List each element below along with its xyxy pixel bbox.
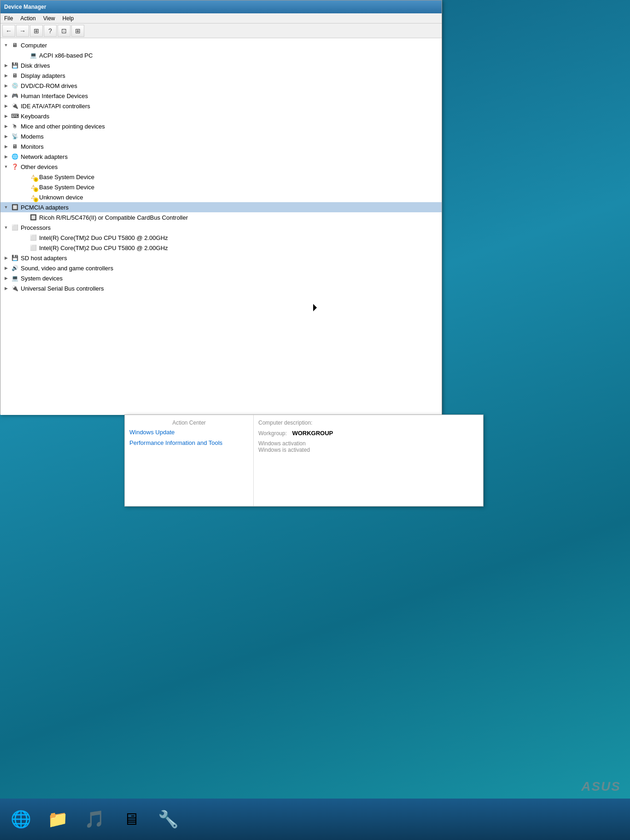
sysdev-label: System devices: [21, 275, 63, 282]
device-manager-window: Device Manager File Action View Help ← →…: [0, 0, 442, 414]
menu-file[interactable]: File: [0, 14, 17, 23]
sound-icon: 🔊: [11, 264, 19, 272]
acpi-icon: 💻: [29, 51, 37, 59]
processors-icon: ⬜: [11, 223, 19, 232]
modems-label: Modems: [21, 133, 44, 140]
tree-item-network[interactable]: 🌐 Network adapters: [0, 152, 442, 162]
sound-label: Sound, video and game controllers: [21, 265, 113, 272]
expand-disk[interactable]: [2, 62, 10, 69]
ide-label: IDE ATA/ATAPI controllers: [21, 103, 90, 110]
menu-help[interactable]: Help: [59, 14, 78, 23]
tree-item-disk[interactable]: 💾 Disk drives: [0, 60, 442, 70]
tree-item-usb[interactable]: 🔌 Universal Serial Bus controllers: [0, 283, 442, 293]
hid-icon: 🎮: [11, 92, 19, 100]
tree-item-acpi[interactable]: 💻 ACPI x86-based PC: [0, 50, 442, 60]
tree-item-modems[interactable]: 📡 Modems: [0, 131, 442, 141]
taskbar-btn-devmgr[interactable]: 🖥: [115, 804, 147, 835]
mice-icon: 🖱: [11, 122, 19, 130]
menu-action[interactable]: Action: [17, 14, 39, 23]
intel1-icon: ⬜: [29, 233, 37, 242]
expand-network[interactable]: [2, 153, 10, 160]
expand-keyboard[interactable]: [2, 112, 10, 120]
base2-icon: ⚠: [29, 183, 37, 191]
tree-item-sysdev[interactable]: 💻 System devices: [0, 273, 442, 283]
tree-item-other[interactable]: ❓ Other devices: [0, 162, 442, 172]
tree-item-unknown[interactable]: ⚠ Unknown device: [0, 192, 442, 202]
expand-sdhost[interactable]: [2, 254, 10, 262]
unknown-label: Unknown device: [39, 194, 83, 201]
processors-label: Processors: [21, 224, 51, 231]
tree-item-sdhost[interactable]: 💾 SD host adapters: [0, 253, 442, 263]
tree-item-pcmcia[interactable]: 🔲 PCMCIA adapters: [0, 202, 442, 212]
tree-item-monitors[interactable]: 🖥 Monitors: [0, 141, 442, 152]
tree-item-intel1[interactable]: ⬜ Intel(R) Core(TM)2 Duo CPU T5800 @ 2.0…: [0, 233, 442, 243]
usb-label: Universal Serial Bus controllers: [21, 285, 104, 292]
sdhost-label: SD host adapters: [21, 255, 67, 262]
network-icon: 🌐: [11, 152, 19, 161]
back-button[interactable]: ←: [2, 25, 15, 37]
tree-item-processors[interactable]: ⬜ Processors: [0, 222, 442, 233]
tree-item-ide[interactable]: 🔌 IDE ATA/ATAPI controllers: [0, 101, 442, 111]
expand-monitors[interactable]: [2, 143, 10, 150]
taskbar-btn-explorer[interactable]: 📁: [41, 804, 74, 835]
tree-item-mice[interactable]: 🖱 Mice and other pointing devices: [0, 121, 442, 131]
taskbar-btn-ie[interactable]: 🌐: [5, 804, 37, 835]
tree-item-ricoh[interactable]: 🔲 Ricoh R/RL/5C476(II) or Compatible Car…: [0, 212, 442, 222]
workgroup-value: WORKGROUP: [292, 430, 333, 437]
mice-label: Mice and other pointing devices: [21, 123, 105, 130]
scan-button[interactable]: ⊞: [71, 25, 84, 37]
view-button[interactable]: ⊡: [58, 25, 70, 37]
tree-item-hid[interactable]: 🎮 Human Interface Devices: [0, 91, 442, 101]
windows-update-link[interactable]: Windows Update: [129, 429, 249, 436]
title-bar: Device Manager: [0, 0, 442, 13]
cp-info: Computer description: Workgroup: WORKGRO…: [254, 415, 483, 506]
expand-other[interactable]: [2, 163, 10, 170]
tree-panel[interactable]: 🖥 Computer 💻 ACPI x86-based PC 💾 Disk dr…: [0, 38, 442, 415]
asus-logo: ASUS: [581, 779, 621, 794]
expand-dvd[interactable]: [2, 82, 10, 89]
monitors-icon: 🖥: [11, 142, 19, 151]
tree-item-base2[interactable]: ⚠ Base System Device: [0, 182, 442, 192]
sdhost-icon: 💾: [11, 254, 19, 262]
toolbar: ← → ⊞ ? ⊡ ⊞: [0, 23, 442, 38]
expand-processors[interactable]: [2, 224, 10, 231]
expand-ide[interactable]: [2, 102, 10, 110]
tree-item-display[interactable]: 🖥 Display adapters: [0, 70, 442, 81]
dvd-icon: 💿: [11, 82, 19, 90]
computer-desc-label: Computer description:: [258, 420, 478, 426]
taskbar-btn-tools[interactable]: 🔧: [152, 804, 184, 835]
tree-item-intel2[interactable]: ⬜ Intel(R) Core(TM)2 Duo CPU T5800 @ 2.0…: [0, 243, 442, 253]
perf-info-link[interactable]: Performance Information and Tools: [129, 439, 249, 446]
other-label: Other devices: [21, 163, 58, 170]
expand-pcmcia[interactable]: [2, 204, 10, 211]
help-button[interactable]: ?: [44, 25, 57, 37]
window-title: Device Manager: [4, 4, 46, 10]
intel2-icon: ⬜: [29, 244, 37, 252]
taskbar: 🌐 📁 🎵 🖥 🔧: [0, 799, 630, 840]
tree-item-base1[interactable]: ⚠ Base System Device: [0, 172, 442, 182]
expand-sysdev[interactable]: [2, 274, 10, 282]
expand-mice[interactable]: [2, 122, 10, 130]
intel1-label: Intel(R) Core(TM)2 Duo CPU T5800 @ 2.00G…: [39, 234, 168, 241]
expand-sound[interactable]: [2, 264, 10, 272]
intel2-label: Intel(R) Core(TM)2 Duo CPU T5800 @ 2.00G…: [39, 245, 168, 251]
tree-item-computer[interactable]: 🖥 Computer: [0, 40, 442, 50]
tree-item-dvd[interactable]: 💿 DVD/CD-ROM drives: [0, 81, 442, 91]
display-icon: 🖥: [11, 71, 19, 80]
menu-view[interactable]: View: [40, 14, 59, 23]
network-label: Network adapters: [21, 153, 68, 160]
ricoh-icon: 🔲: [29, 213, 37, 222]
expand-computer[interactable]: [2, 41, 10, 49]
tree-item-sound[interactable]: 🔊 Sound, video and game controllers: [0, 263, 442, 273]
tree-item-keyboard[interactable]: ⌨ Keyboards: [0, 111, 442, 121]
mouse-cursor: [313, 304, 317, 311]
forward-button[interactable]: →: [16, 25, 29, 37]
base2-label: Base System Device: [39, 184, 94, 191]
expand-hid[interactable]: [2, 92, 10, 99]
taskbar-btn-media[interactable]: 🎵: [78, 804, 111, 835]
unknown-icon: ⚠: [29, 193, 37, 201]
expand-usb[interactable]: [2, 285, 10, 292]
expand-display[interactable]: [2, 72, 10, 79]
expand-modems[interactable]: [2, 133, 10, 140]
properties-button[interactable]: ⊞: [30, 25, 43, 37]
